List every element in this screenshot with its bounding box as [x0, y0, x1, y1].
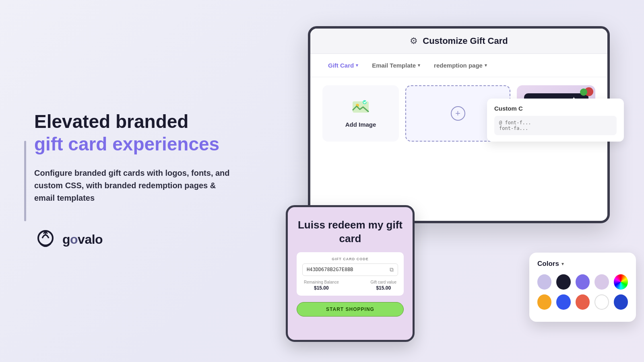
add-circle-icon: + [451, 106, 465, 121]
gc-value-amount: $15.00 [371, 285, 396, 291]
color-blue[interactable] [556, 294, 570, 310]
color-dark-blue[interactable] [614, 294, 628, 310]
start-shopping-button[interactable]: START SHOPPING [297, 302, 404, 317]
svg-point-6 [363, 100, 367, 104]
left-content: Elevated branded gift card experiences C… [24, 111, 258, 251]
color-purple[interactable] [576, 274, 590, 290]
govalo-logo-icon [34, 228, 57, 251]
custom-css-label: Custom C [494, 105, 617, 112]
window-tabs: Gift Card ▾ Email Template ▾ redemption … [310, 54, 607, 77]
window-header: ⚙ Customize Gift Card [310, 29, 607, 54]
balance-row: Remaining Balance $15.00 Gift card value… [302, 280, 398, 291]
gift-code-value: H43DD678B2G7E8BB [307, 267, 353, 272]
redeem-title: Luiss redeem my gift card [297, 218, 404, 246]
add-image-text: Add Image [345, 121, 376, 128]
custom-css-area: Custom C @ font-f...font-fa... [487, 99, 624, 142]
colors-row-1 [537, 274, 628, 290]
gc-value: Gift card value $15.00 [371, 280, 396, 291]
headline-line2: gift card experiences [34, 133, 258, 155]
colors-panel: Colors ▾ [529, 253, 636, 322]
logo-area: govalo [34, 228, 258, 251]
gift-code-section: GIFT CARD CODE H43DD678B2G7E8BB ⧉ Remain… [297, 252, 404, 296]
colors-title: Colors [537, 260, 559, 268]
customize-icon: ⚙ [410, 36, 418, 46]
remaining-balance: Remaining Balance $15.00 [304, 280, 339, 291]
subtext: Configure branded gift cards with logos,… [34, 167, 235, 204]
headline-line1: Elevated branded [34, 111, 258, 132]
tab-email-template[interactable]: Email Template ▾ [366, 60, 426, 71]
colors-header: Colors ▾ [537, 260, 628, 268]
gc-label: Gift card value [371, 280, 396, 284]
window-title: Customize Gift Card [423, 36, 508, 46]
tab-redemption-label: redemption page [434, 62, 483, 69]
color-orange[interactable] [537, 294, 551, 310]
copy-icon[interactable]: ⧉ [390, 266, 394, 273]
gift-code-label: GIFT CARD CODE [302, 257, 398, 261]
tab-gift-card-arrow: ▾ [356, 63, 358, 68]
color-light-purple[interactable] [594, 274, 609, 290]
tab-email-arrow: ▾ [418, 63, 420, 68]
tab-email-template-label: Email Template [372, 62, 416, 69]
left-section: Elevated branded gift card experiences C… [24, 0, 258, 362]
dot-green [580, 88, 587, 96]
color-black[interactable] [556, 274, 570, 290]
remaining-value: $15.00 [304, 285, 339, 291]
tab-redemption-arrow: ▾ [485, 63, 487, 68]
tab-redemption-page[interactable]: redemption page ▾ [428, 60, 493, 71]
color-picker-icon[interactable] [614, 274, 628, 290]
colors-row-2 [537, 294, 628, 310]
logo-text: govalo [62, 232, 103, 247]
tab-gift-card-label: Gift Card [328, 62, 354, 69]
right-section: ⚙ Customize Gift Card Gift Card ▾ Email … [282, 0, 644, 362]
gift-code-input[interactable]: H43DD678B2G7E8BB ⧉ [302, 263, 398, 276]
tab-gift-card[interactable]: Gift Card ▾ [322, 60, 364, 71]
custom-css-input[interactable]: @ font-f...font-fa... [494, 116, 617, 135]
color-white[interactable] [594, 294, 609, 310]
redemption-card: Luiss redeem my gift card GIFT CARD CODE… [286, 205, 415, 342]
add-image-icon [352, 99, 369, 118]
left-border [24, 141, 26, 221]
add-image-card[interactable]: Add Image [322, 85, 399, 142]
color-coral[interactable] [576, 294, 590, 310]
color-lavender[interactable] [537, 274, 551, 290]
colors-dropdown-arrow[interactable]: ▾ [561, 261, 564, 267]
remaining-label: Remaining Balance [304, 280, 339, 284]
